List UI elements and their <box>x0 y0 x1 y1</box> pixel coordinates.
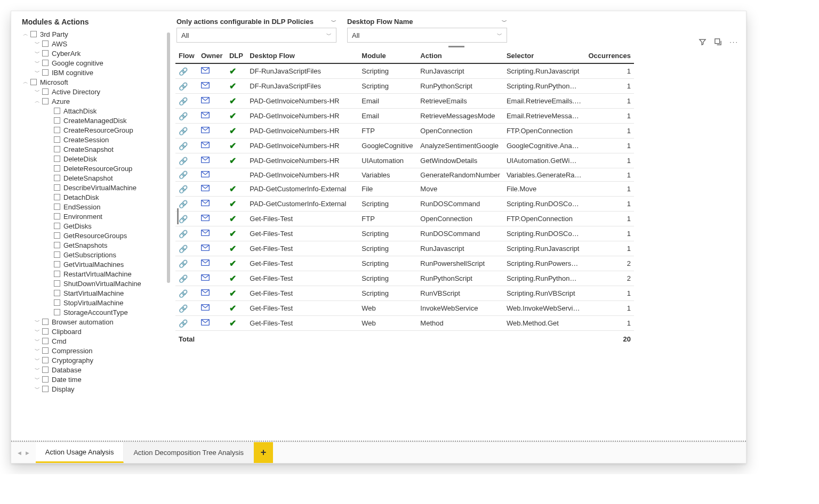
caret-down-icon[interactable]: ﹀ <box>34 40 41 47</box>
tree-checkbox[interactable] <box>54 251 60 258</box>
filter-dlp-dropdown[interactable]: All ﹀ <box>176 28 336 43</box>
table-row[interactable]: 🔗✔Get-Files-TestWebInvokeWebServiceWeb.I… <box>175 301 634 316</box>
caret-down-icon[interactable]: ﹀ <box>34 50 41 57</box>
owner-mail-icon[interactable] <box>201 274 210 282</box>
tree-item[interactable]: ﹀Cmd <box>22 336 167 346</box>
tree-item[interactable]: ︿Azure <box>22 96 167 106</box>
tree-item[interactable]: DeleteSnapshot <box>22 173 167 183</box>
table-row[interactable]: 🔗✔Get-Files-TestScriptingRunJavascriptSc… <box>175 241 634 256</box>
tree-item[interactable]: StartVirtualMachine <box>22 288 167 298</box>
table-row[interactable]: 🔗✔Get-Files-TestScriptingRunPowershellSc… <box>175 256 634 271</box>
flow-link-icon[interactable]: 🔗 <box>179 127 188 135</box>
tree-checkbox[interactable] <box>42 69 49 76</box>
flow-link-icon[interactable]: 🔗 <box>179 319 188 328</box>
owner-mail-icon[interactable] <box>201 171 210 179</box>
tree-checkbox[interactable] <box>54 146 60 152</box>
tree-item[interactable]: ﹀Display <box>22 384 167 394</box>
tree-item[interactable]: StorageAccountType <box>22 307 167 317</box>
col-action[interactable]: Action <box>417 48 503 63</box>
owner-mail-icon[interactable] <box>201 82 210 90</box>
tree-checkbox[interactable] <box>42 98 49 104</box>
col-flow[interactable]: Flow <box>175 48 198 63</box>
flow-link-icon[interactable]: 🔗 <box>179 259 188 268</box>
tree-checkbox[interactable] <box>54 204 60 210</box>
caret-down-icon[interactable]: ﹀ <box>34 88 41 95</box>
caret-down-icon[interactable]: ﹀ <box>34 376 41 383</box>
tree-checkbox[interactable] <box>54 108 60 114</box>
tree-checkbox[interactable] <box>42 338 49 344</box>
flow-link-icon[interactable]: 🔗 <box>179 97 188 105</box>
owner-mail-icon[interactable] <box>201 185 210 193</box>
flow-link-icon[interactable]: 🔗 <box>179 230 188 238</box>
tree-checkbox[interactable] <box>54 194 60 200</box>
page-tab[interactable]: Action Usage Analysis <box>36 442 124 463</box>
col-selector[interactable]: Selector <box>503 48 585 63</box>
tree-checkbox[interactable] <box>42 60 49 66</box>
flow-link-icon[interactable]: 🔗 <box>179 245 188 253</box>
tree-checkbox[interactable] <box>42 88 49 95</box>
tree-item[interactable]: ﹀Compression <box>22 346 167 355</box>
table-row[interactable]: 🔗✔PAD-GetInvoiceNumbers-HREmailRetrieveE… <box>175 94 634 109</box>
tree-checkbox[interactable] <box>42 357 49 363</box>
tree-checkbox[interactable] <box>30 79 37 85</box>
table-row[interactable]: 🔗✔PAD-GetInvoiceNumbers-HRFTPOpenConnect… <box>175 124 634 139</box>
tree-item[interactable]: StopVirtualMachine <box>22 298 167 307</box>
table-row[interactable]: 🔗✔Get-Files-TestFTPOpenConnectionFTP.Ope… <box>175 212 634 226</box>
tree-checkbox[interactable] <box>54 136 60 143</box>
caret-down-icon[interactable]: ﹀ <box>34 318 41 326</box>
owner-mail-icon[interactable] <box>201 200 210 208</box>
caret-down-icon[interactable]: ﹀ <box>34 337 41 345</box>
tree-item[interactable]: CreateSnapshot <box>22 144 167 154</box>
table-row[interactable]: 🔗✔Get-Files-TestScriptingRunDOSCommandSc… <box>175 226 634 241</box>
tree-checkbox[interactable] <box>54 213 60 220</box>
tree-checkbox[interactable] <box>54 175 60 181</box>
tree-item[interactable]: ﹀IBM cognitive <box>22 68 167 77</box>
tree-item[interactable]: ﹀Date time <box>22 375 167 384</box>
tree-checkbox[interactable] <box>54 271 60 277</box>
tree-item[interactable]: ShutDownVirtualMachine <box>22 279 167 288</box>
tree-checkbox[interactable] <box>54 280 60 287</box>
flow-link-icon[interactable]: 🔗 <box>179 274 188 283</box>
flow-link-icon[interactable]: 🔗 <box>179 289 188 298</box>
owner-mail-icon[interactable] <box>201 97 210 105</box>
tree-item[interactable]: EndSession <box>22 202 167 212</box>
tree-item[interactable]: GetSnapshots <box>22 240 167 250</box>
tree-checkbox[interactable] <box>42 40 49 47</box>
tree-checkbox[interactable] <box>42 319 49 325</box>
col-occurrences[interactable]: Occurrences <box>585 48 634 63</box>
owner-mail-icon[interactable] <box>201 289 210 297</box>
tree-item[interactable]: CreateSession <box>22 135 167 144</box>
table-row[interactable]: 🔗✔DF-RunJavaScriptFilesScriptingRunPytho… <box>175 79 634 94</box>
table-row[interactable]: 🔗✔PAD-GetInvoiceNumbers-HRUIAutomationGe… <box>175 153 634 168</box>
table-row[interactable]: 🔗PAD-GetInvoiceNumbers-HRVariablesGenera… <box>175 168 634 182</box>
owner-mail-icon[interactable] <box>201 304 210 312</box>
tree-checkbox[interactable] <box>42 367 49 373</box>
tree-checkbox[interactable] <box>54 232 60 239</box>
tree-item[interactable]: ﹀Browser automation <box>22 317 167 327</box>
caret-up-icon[interactable]: ︿ <box>22 78 29 86</box>
tree-item[interactable]: ﹀Active Directory <box>22 87 167 96</box>
flow-link-icon[interactable]: 🔗 <box>179 82 188 91</box>
tree-checkbox[interactable] <box>54 184 60 191</box>
owner-mail-icon[interactable] <box>201 230 210 238</box>
flow-link-icon[interactable]: 🔗 <box>179 304 188 313</box>
owner-mail-icon[interactable] <box>201 259 210 267</box>
flow-link-icon[interactable]: 🔗 <box>179 200 188 208</box>
caret-up-icon[interactable]: ︿ <box>34 97 41 105</box>
tree-checkbox[interactable] <box>54 242 60 248</box>
tree-item[interactable]: RestartVirtualMachine <box>22 269 167 279</box>
tree-checkbox[interactable] <box>54 156 60 162</box>
tree-item[interactable]: DeleteDisk <box>22 154 167 164</box>
caret-down-icon[interactable]: ﹀ <box>34 59 41 67</box>
owner-mail-icon[interactable] <box>201 245 210 253</box>
col-name[interactable]: Desktop Flow <box>246 48 358 63</box>
tree-item[interactable]: GetVirtualMachines <box>22 259 167 269</box>
caret-down-icon[interactable]: ﹀ <box>34 328 41 335</box>
tree-item[interactable]: ﹀AWS <box>22 39 167 48</box>
table-row[interactable]: 🔗✔PAD-GetCustomerInfo-ExternalFileMoveFi… <box>175 182 634 197</box>
col-dlp[interactable]: DLP <box>226 48 246 63</box>
tree-item[interactable]: AttachDisk <box>22 106 167 116</box>
flow-link-icon[interactable]: 🔗 <box>179 215 188 223</box>
tree-checkbox[interactable] <box>42 328 49 335</box>
table-row[interactable]: 🔗✔DF-RunJavaScriptFilesScriptingRunJavas… <box>175 63 634 79</box>
